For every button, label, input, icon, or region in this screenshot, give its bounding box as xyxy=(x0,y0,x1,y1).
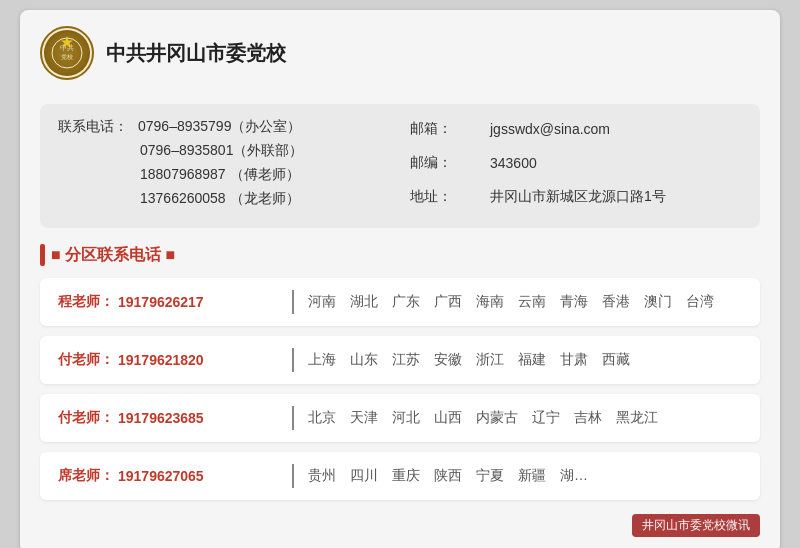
regions-0: 河南湖北广东广西海南云南青海香港澳门台湾 xyxy=(308,293,714,311)
school-logo: 中共 党校 xyxy=(40,26,94,80)
email-value: jgsswdx@sina.com xyxy=(490,121,610,137)
teacher-phone-3: 19179627065 xyxy=(118,468,204,484)
teacher-phone-0: 19179626217 xyxy=(118,294,204,310)
region-card-2: 付老师：19179623685北京天津河北山西内蒙古辽宁吉林黑龙江 xyxy=(40,394,760,442)
email-row: 邮箱： jgsswdx@sina.com xyxy=(410,120,742,138)
address-row: 地址： 井冈山市新城区龙源口路1号 xyxy=(410,188,742,206)
area-3-0: 贵州 xyxy=(308,467,336,485)
area-0-3: 广西 xyxy=(434,293,462,311)
area-1-7: 西藏 xyxy=(602,351,630,369)
postcode-label: 邮编： xyxy=(410,154,490,172)
area-3-6: 湖… xyxy=(560,467,588,485)
phone-1: 0796–8935799（办公室） xyxy=(138,118,301,136)
area-2-7: 黑龙江 xyxy=(616,409,658,427)
area-1-1: 山东 xyxy=(350,351,378,369)
area-0-0: 河南 xyxy=(308,293,336,311)
phone-row-2: 0796–8935801（外联部） xyxy=(58,142,390,160)
phone-row-1: 联系电话： 0796–8935799（办公室） xyxy=(58,118,390,136)
area-0-8: 澳门 xyxy=(644,293,672,311)
postcode-row: 邮编： 343600 xyxy=(410,154,742,172)
regions-3: 贵州四川重庆陕西宁夏新疆湖… xyxy=(308,467,588,485)
teacher-info-3: 席老师：19179627065 xyxy=(58,467,278,485)
area-0-1: 湖北 xyxy=(350,293,378,311)
area-1-0: 上海 xyxy=(308,351,336,369)
region-card-0: 程老师：19179626217河南湖北广东广西海南云南青海香港澳门台湾 xyxy=(40,278,760,326)
phone-row-4: 13766260058 （龙老师） xyxy=(58,190,390,208)
teacher-info-0: 程老师：19179626217 xyxy=(58,293,278,311)
area-0-7: 香港 xyxy=(602,293,630,311)
area-0-9: 台湾 xyxy=(686,293,714,311)
divider-2 xyxy=(292,406,294,430)
area-0-4: 海南 xyxy=(476,293,504,311)
area-0-2: 广东 xyxy=(392,293,420,311)
teacher-phone-2: 19179623685 xyxy=(118,410,204,426)
email-label: 邮箱： xyxy=(410,120,490,138)
area-1-4: 浙江 xyxy=(476,351,504,369)
regions-1: 上海山东江苏安徽浙江福建甘肃西藏 xyxy=(308,351,630,369)
section-title: ■ 分区联系电话 ■ xyxy=(40,244,760,266)
area-2-0: 北京 xyxy=(308,409,336,427)
watermark-text: 井冈山市委党校微讯 xyxy=(632,514,760,537)
area-3-2: 重庆 xyxy=(392,467,420,485)
area-1-6: 甘肃 xyxy=(560,351,588,369)
area-1-2: 江苏 xyxy=(392,351,420,369)
area-2-1: 天津 xyxy=(350,409,378,427)
area-3-3: 陕西 xyxy=(434,467,462,485)
teacher-name-2: 付老师： xyxy=(58,409,114,427)
divider-3 xyxy=(292,464,294,488)
area-2-6: 吉林 xyxy=(574,409,602,427)
area-0-6: 青海 xyxy=(560,293,588,311)
main-card: 中共 党校 中共井冈山市委党校 联系电话： 0796–8935799（办公室） … xyxy=(20,10,780,548)
teacher-phone-1: 19179621820 xyxy=(118,352,204,368)
region-list: 程老师：19179626217河南湖北广东广西海南云南青海香港澳门台湾付老师：1… xyxy=(40,278,760,500)
contact-right: 邮箱： jgsswdx@sina.com 邮编： 343600 地址： 井冈山市… xyxy=(410,118,742,214)
school-name: 中共井冈山市委党校 xyxy=(106,40,286,67)
address-value: 井冈山市新城区龙源口路1号 xyxy=(490,188,666,206)
divider-0 xyxy=(292,290,294,314)
teacher-info-2: 付老师：19179623685 xyxy=(58,409,278,427)
teacher-name-3: 席老师： xyxy=(58,467,114,485)
area-1-5: 福建 xyxy=(518,351,546,369)
contact-grid: 联系电话： 0796–8935799（办公室） 0796–8935801（外联部… xyxy=(40,104,760,228)
header-section: 中共 党校 中共井冈山市委党校 xyxy=(40,26,760,90)
area-2-5: 辽宁 xyxy=(532,409,560,427)
area-0-5: 云南 xyxy=(518,293,546,311)
teacher-name-0: 程老师： xyxy=(58,293,114,311)
area-2-2: 河北 xyxy=(392,409,420,427)
area-1-3: 安徽 xyxy=(434,351,462,369)
region-card-1: 付老师：19179621820上海山东江苏安徽浙江福建甘肃西藏 xyxy=(40,336,760,384)
region-card-3: 席老师：19179627065贵州四川重庆陕西宁夏新疆湖… xyxy=(40,452,760,500)
logo-emblem: 中共 党校 xyxy=(44,30,90,76)
area-2-3: 山西 xyxy=(434,409,462,427)
phone-label: 联系电话： xyxy=(58,118,138,136)
divider-1 xyxy=(292,348,294,372)
phone-row-3: 18807968987 （傅老师） xyxy=(58,166,390,184)
contact-left: 联系电话： 0796–8935799（办公室） 0796–8935801（外联部… xyxy=(58,118,390,214)
svg-text:中共: 中共 xyxy=(60,44,74,52)
title-bar-left xyxy=(40,244,45,266)
teacher-name-1: 付老师： xyxy=(58,351,114,369)
area-3-5: 新疆 xyxy=(518,467,546,485)
teacher-info-1: 付老师：19179621820 xyxy=(58,351,278,369)
section-title-text: ■ 分区联系电话 ■ xyxy=(51,245,175,266)
area-3-1: 四川 xyxy=(350,467,378,485)
svg-text:党校: 党校 xyxy=(61,54,73,60)
area-3-4: 宁夏 xyxy=(476,467,504,485)
regions-2: 北京天津河北山西内蒙古辽宁吉林黑龙江 xyxy=(308,409,658,427)
address-label: 地址： xyxy=(410,188,490,206)
area-2-4: 内蒙古 xyxy=(476,409,518,427)
postcode-value: 343600 xyxy=(490,155,537,171)
